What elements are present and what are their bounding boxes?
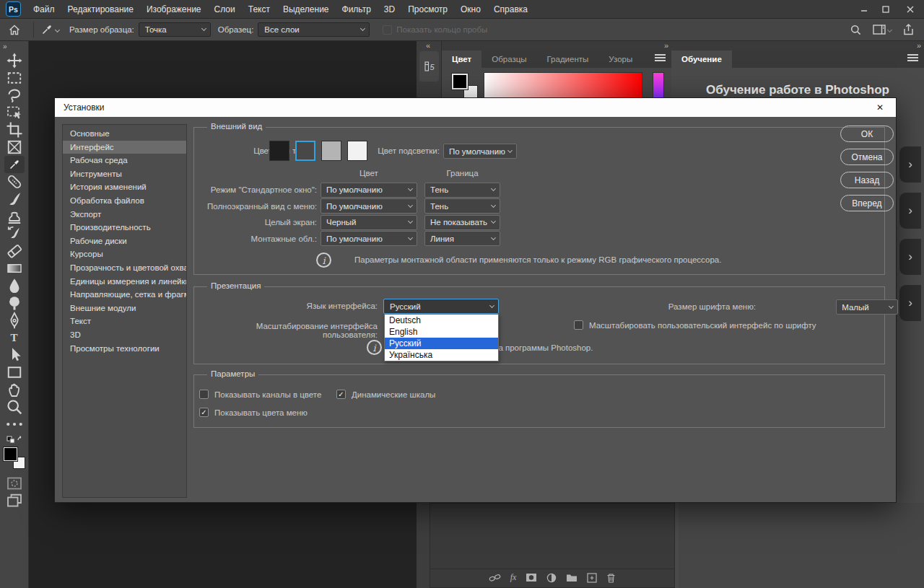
marquee-tool[interactable] (4, 69, 25, 87)
share-icon[interactable] (903, 24, 914, 35)
panel-tab-learn[interactable]: Обучение (671, 51, 732, 68)
lasso-tool[interactable] (4, 87, 25, 104)
eraser-tool[interactable] (4, 242, 25, 260)
menu-item[interactable]: Текст (242, 0, 276, 19)
pen-tool[interactable] (4, 312, 25, 329)
collapse-right-icon[interactable]: » (664, 41, 668, 50)
maximize-button[interactable] (875, 0, 897, 19)
preferences-category[interactable]: Основные (63, 127, 186, 141)
theme-swatch-light[interactable] (321, 141, 341, 161)
preferences-category[interactable]: Направляющие, сетка и фрагменты (63, 288, 186, 302)
collapsed-panel-button[interactable]: 5 (419, 51, 439, 82)
menu-item[interactable]: Слои (208, 0, 242, 19)
workspace-switcher[interactable] (873, 25, 892, 35)
move-tool[interactable] (4, 52, 25, 69)
eyedropper-tool[interactable] (4, 156, 25, 173)
menu-item[interactable]: Справка (487, 0, 534, 19)
learn-card-chevron[interactable]: › (899, 285, 921, 321)
menu-item[interactable]: Окно (454, 0, 487, 19)
ok-button[interactable]: ОК (840, 126, 894, 142)
theme-swatch-dark-selected[interactable] (295, 141, 315, 161)
preferences-category[interactable]: Инструменты (63, 167, 186, 181)
toolbar-collapse-icon[interactable]: » (0, 41, 10, 52)
highlight-color-select[interactable]: По умолчанию (443, 144, 517, 159)
color-select[interactable]: По умолчанию (321, 231, 417, 246)
foreground-background-swatches[interactable] (4, 447, 25, 469)
theme-swatch-darkest[interactable] (269, 141, 289, 161)
menu-item[interactable]: Фильтр (336, 0, 378, 19)
link-icon[interactable] (489, 573, 501, 583)
preferences-category[interactable]: Курсоры (63, 247, 186, 261)
color-select[interactable]: По умолчанию (321, 198, 417, 214)
history-brush-tool[interactable] (4, 225, 25, 242)
panel-menu-icon[interactable] (907, 54, 918, 61)
healing-brush-tool[interactable] (4, 173, 25, 190)
border-select[interactable]: Не показывать (424, 215, 500, 230)
parameter-checkbox[interactable] (336, 390, 346, 399)
preferences-category[interactable]: Внешние модули (63, 302, 186, 315)
fx-icon[interactable]: fx (510, 572, 517, 583)
minimize-button[interactable] (853, 0, 875, 19)
hand-tool[interactable] (4, 381, 25, 398)
menu-item[interactable]: Файл (27, 0, 61, 19)
gradient-tool[interactable] (4, 260, 25, 277)
dialog-close-button[interactable]: ✕ (873, 102, 887, 113)
preferences-category[interactable]: Единицы измерения и линейки (63, 275, 186, 289)
folder-icon[interactable] (566, 573, 578, 582)
home-button[interactable] (0, 25, 29, 35)
panel-tab[interactable]: Цвет (442, 51, 481, 68)
menu-item[interactable]: Выделение (276, 0, 336, 19)
screen-mode-button[interactable] (4, 492, 25, 509)
border-select[interactable]: Линия (424, 231, 500, 246)
language-option[interactable]: Русский (385, 338, 498, 349)
frame-tool[interactable] (4, 139, 25, 156)
mask-icon[interactable] (526, 573, 537, 582)
color-select[interactable]: Черный (321, 215, 417, 230)
default-swap-colors[interactable] (4, 433, 25, 444)
sample-select[interactable]: Все слои (258, 22, 370, 37)
panel-menu-icon[interactable] (655, 54, 666, 61)
preferences-category[interactable]: Просмотры технологии (63, 342, 186, 356)
border-select[interactable]: Тень (424, 183, 500, 198)
language-option[interactable]: Deutsch (385, 315, 498, 326)
scale-ui-checkbox-row[interactable]: Масштабировать пользовательский интерфей… (574, 320, 816, 330)
learn-card-chevron[interactable]: › (899, 239, 921, 275)
menu-item[interactable]: Изображение (140, 0, 208, 19)
panel-tab[interactable]: Градиенты (537, 51, 599, 68)
parameter-checkbox-row[interactable]: Динамические шкалы (336, 385, 435, 403)
trash-icon[interactable] (606, 573, 616, 583)
tool-preset-button[interactable] (38, 24, 62, 35)
crop-tool[interactable] (4, 121, 25, 139)
border-select[interactable]: Тень (424, 198, 500, 214)
menu-item[interactable]: 3D (378, 0, 401, 19)
dodge-tool[interactable] (4, 294, 25, 312)
quick-mask-button[interactable] (4, 475, 25, 492)
blur-tool[interactable] (4, 277, 25, 294)
collapse-left-icon[interactable]: « (426, 41, 430, 50)
collapse-right-icon[interactable]: » (917, 41, 921, 50)
path-select-tool[interactable] (4, 346, 25, 364)
foreground-color-swatch[interactable] (452, 74, 468, 89)
panel-tab[interactable]: Узоры (598, 51, 642, 68)
language-option[interactable]: Українська (385, 349, 498, 361)
close-button[interactable] (897, 0, 924, 19)
parameter-checkbox-row[interactable]: Показывать каналы в цвете (199, 385, 336, 403)
menu-item[interactable]: Редактирование (61, 0, 140, 19)
scale-ui-checkbox[interactable] (574, 320, 583, 330)
color-swatches[interactable] (452, 74, 478, 100)
learn-card-chevron[interactable]: › (899, 146, 921, 183)
preferences-category[interactable]: Рабочая среда (63, 154, 186, 167)
forward-button[interactable]: Вперед (840, 195, 894, 211)
shape-tool[interactable] (4, 364, 25, 381)
sample-size-select[interactable]: Точка (139, 22, 211, 37)
zoom-tool[interactable] (4, 398, 25, 416)
learn-card-chevron[interactable]: › (899, 193, 921, 229)
menu-item[interactable]: Просмотр (401, 0, 454, 19)
language-option[interactable]: English (385, 326, 498, 338)
ui-language-select[interactable]: Русский (383, 299, 499, 314)
preferences-category[interactable]: 3D (63, 328, 186, 342)
type-tool[interactable]: T (4, 329, 25, 346)
parameter-checkbox[interactable] (199, 390, 209, 399)
brush-tool[interactable] (4, 190, 25, 208)
parameter-checkbox-row[interactable]: Показывать цвета меню (199, 403, 308, 421)
